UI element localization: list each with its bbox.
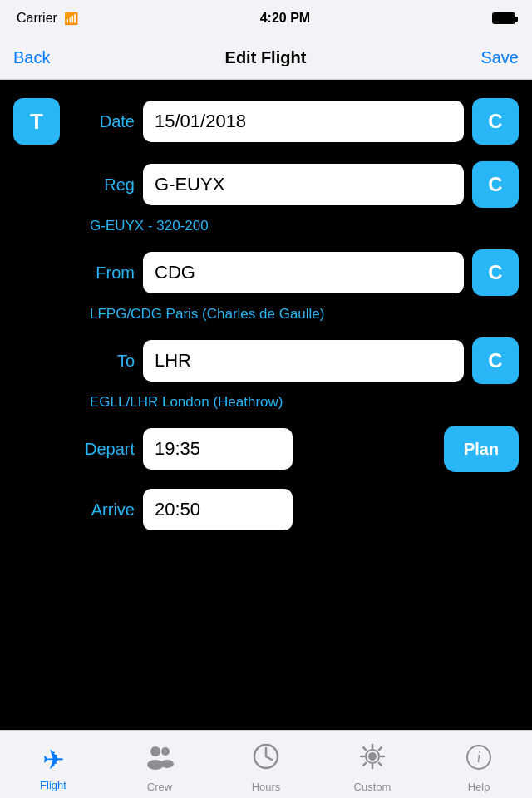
tab-custom-label: Custom [354,781,392,793]
tab-help-label: Help [468,781,490,793]
carrier-label: Carrier [17,11,57,26]
from-row: From C [0,241,532,304]
from-label: From [68,264,135,283]
flight-icon: ✈ [42,744,65,776]
battery-icon [492,12,515,24]
from-clear-button[interactable]: C [472,249,519,296]
date-clear-button[interactable]: C [472,98,519,145]
arrive-input[interactable] [143,489,293,530]
reg-input[interactable] [143,164,464,205]
custom-icon [358,742,387,777]
date-input[interactable] [143,101,464,142]
save-button[interactable]: Save [480,48,519,67]
tab-custom[interactable]: Custom [319,736,426,793]
from-subtext: LFPG/CDG Paris (Charles de Gaulle) [0,304,532,329]
tab-flight[interactable]: ✈ Flight [0,737,106,791]
tab-crew[interactable]: Crew [106,736,213,793]
main-content: T Date C Reg C G-EUYX - 320-200 From C L… [0,80,532,730]
depart-row: Depart Plan [0,417,532,480]
help-icon: i [465,743,493,777]
to-label: To [68,352,135,371]
today-button[interactable]: T [13,98,60,145]
status-left: Carrier 📶 [17,11,78,26]
tab-crew-label: Crew [147,781,172,793]
tab-hours[interactable]: Hours [213,736,319,793]
to-subtext: EGLL/LHR London (Heathrow) [0,392,532,417]
tab-flight-label: Flight [40,779,66,791]
svg-point-2 [161,747,170,756]
from-input[interactable] [143,252,464,293]
status-bar: Carrier 📶 4:20 PM [0,0,532,37]
reg-clear-button[interactable]: C [472,161,519,208]
svg-point-7 [368,752,377,761]
reg-label: Reg [68,175,135,195]
wifi-icon: 📶 [64,12,78,25]
arrive-label: Arrive [68,500,135,520]
hours-icon [252,742,280,777]
depart-input[interactable] [143,428,293,470]
tab-bar: ✈ Flight Crew Hours [0,730,532,798]
depart-label: Depart [68,440,135,459]
to-row: To C [0,329,532,392]
svg-point-0 [150,746,160,756]
tab-hours-label: Hours [252,781,281,793]
back-button[interactable]: Back [13,48,50,67]
date-label: Date [68,112,135,131]
nav-bar: Back Edit Flight Save [0,37,532,80]
tab-help[interactable]: i Help [426,736,532,793]
svg-point-3 [160,760,174,768]
arrive-row: Arrive [0,480,532,539]
status-right [492,12,515,24]
to-clear-button[interactable]: C [472,337,519,384]
plan-button[interactable]: Plan [444,426,519,472]
svg-text:i: i [476,749,480,766]
to-input[interactable] [143,340,464,382]
page-title: Edit Flight [225,48,307,67]
reg-subtext: G-EUYX - 320-200 [0,216,532,241]
crew-icon [145,743,174,777]
svg-line-6 [266,756,272,760]
status-time: 4:20 PM [260,11,310,26]
reg-row: Reg C [0,153,532,216]
date-row: T Date C [0,90,532,153]
